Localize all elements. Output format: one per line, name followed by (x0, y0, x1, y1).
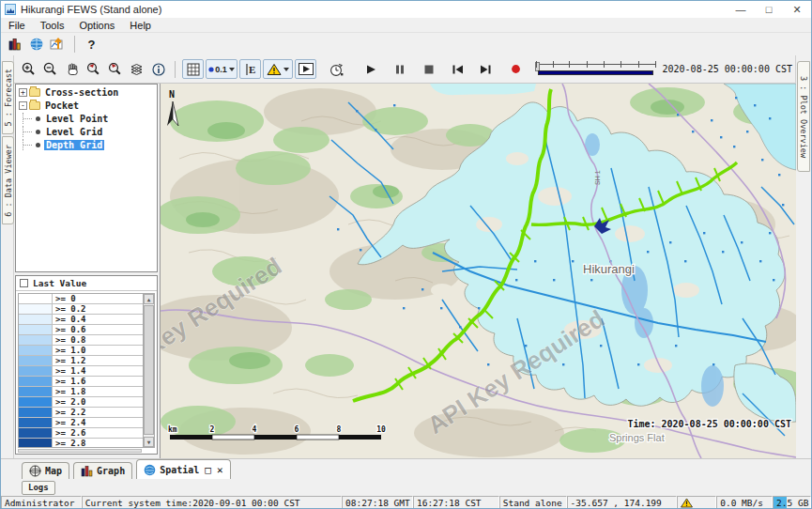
scrollbar-thumb[interactable] (144, 305, 154, 435)
folder-icon (29, 101, 40, 110)
legend-row[interactable]: >= 2.6 (19, 428, 143, 439)
legend-row[interactable]: >= 0.4 (19, 315, 143, 325)
tree-item-depth-grid[interactable]: Depth Grid (16, 139, 157, 150)
left-panel: + Cross-section - Pocket Level Point Lev… (14, 84, 160, 458)
legend-row[interactable]: >= 2.8 (19, 439, 143, 447)
legend-hscrollbar[interactable] (18, 449, 142, 453)
legend-row[interactable]: >= 1.8 (19, 387, 143, 397)
tab-data-viewer[interactable]: 6 : Data Viewer (2, 136, 14, 224)
time-slider-track[interactable] (536, 64, 655, 65)
step-back-button[interactable] (447, 59, 468, 79)
menu-file[interactable]: File (1, 20, 33, 31)
legend-swatch (19, 377, 53, 386)
legend-row[interactable]: >= 2.2 (19, 408, 143, 418)
elevation-button[interactable]: E (239, 59, 261, 79)
chevron-down-icon (229, 68, 235, 71)
status-gmt-time: 08:27:18 GMT (342, 496, 413, 509)
collapse-icon[interactable]: - (19, 101, 27, 110)
legend-row[interactable]: >= 1.2 (19, 356, 143, 366)
close-button[interactable]: ✕ (783, 1, 811, 18)
legend-row[interactable]: >= 0.6 (19, 325, 143, 335)
logs-button[interactable]: Logs (22, 481, 55, 495)
status-warning-cell[interactable] (677, 496, 716, 509)
tree-item-cross-section[interactable]: + Cross-section (16, 86, 157, 98)
zoom-out-icon[interactable] (39, 59, 61, 79)
time-span-bar (538, 70, 653, 75)
legend-label: >= 1.2 (53, 356, 143, 365)
zoom-in-icon[interactable] (18, 59, 39, 79)
legend-row[interactable]: >= 0.2 (19, 304, 143, 315)
memory-usage-label: 2.5 GB (776, 498, 808, 508)
legend-scrollbar[interactable]: ▲ ▼ (143, 294, 154, 447)
tab-forecast[interactable]: 5 : Forecast (2, 61, 14, 134)
interval-dropdown[interactable]: 0.1 (206, 59, 237, 79)
title-bar[interactable]: Hikurangi FEWS (Stand alone) — □ ✕ (1, 1, 811, 18)
legend-row[interactable]: >= 1.4 (19, 366, 143, 377)
tree-item-level-grid[interactable]: Level Grid (16, 126, 157, 137)
zoom-next-icon[interactable] (104, 59, 126, 79)
legend-label: >= 1.0 (53, 346, 143, 355)
legend-swatch (19, 325, 53, 334)
legend-swatch (19, 356, 53, 365)
toolbar-separator (175, 61, 176, 78)
tree-item-pocket[interactable]: - Pocket (16, 100, 157, 111)
panel-close-icon[interactable]: ✕ (217, 464, 223, 476)
legend-panel: Last Value >= 0>= 0.2>= 0.4>= 0.6>= 0.8>… (15, 275, 158, 455)
animation-button[interactable] (295, 59, 316, 79)
help-icon[interactable]: ? (81, 35, 102, 54)
thresholds-dropdown[interactable] (263, 59, 293, 79)
map-view[interactable]: API Key Required API Key Required N SH 1… (160, 84, 796, 458)
legend-swatch (19, 428, 53, 438)
pan-hand-icon[interactable] (61, 59, 83, 79)
minimize-button[interactable]: — (727, 1, 755, 18)
logs-row: Logs (1, 479, 811, 496)
record-button[interactable] (505, 59, 527, 79)
zoom-previous-icon[interactable] (83, 59, 104, 79)
legend-row[interactable]: >= 1.6 (19, 377, 143, 387)
database-viewer-icon[interactable] (4, 35, 25, 54)
legend-row[interactable]: >= 0 (19, 294, 143, 304)
map-canvas[interactable]: API Key Required API Key Required N SH 1… (161, 84, 796, 458)
tab-spatial[interactable]: Spatial □ ✕ (136, 459, 230, 479)
legend-label: >= 1.8 (53, 387, 143, 396)
menu-tools[interactable]: Tools (33, 20, 72, 31)
play-button[interactable] (360, 59, 381, 79)
grid-toggle-button[interactable] (182, 59, 204, 79)
panel-maximize-icon[interactable]: □ (205, 464, 211, 476)
scroll-down-icon[interactable]: ▼ (144, 437, 154, 447)
layers-icon[interactable] (126, 59, 147, 79)
toolbar-separator (74, 36, 75, 53)
legend-swatch (19, 397, 53, 407)
application-window: Hikurangi FEWS (Stand alone) — □ ✕ File … (0, 0, 812, 509)
tree-item-level-point[interactable]: Level Point (16, 113, 157, 124)
legend-label: >= 2.2 (53, 408, 143, 417)
scroll-up-icon[interactable]: ▲ (144, 294, 154, 304)
menu-help[interactable]: Help (122, 20, 159, 31)
legend-row[interactable]: >= 2.0 (19, 397, 143, 408)
time-series-dialog-icon[interactable] (47, 35, 69, 54)
time-slider[interactable] (536, 61, 655, 78)
legend-row[interactable]: >= 1.0 (19, 346, 143, 356)
current-time-label: 2020-08-25 00:00:00 CST (663, 64, 792, 74)
maximize-button[interactable]: □ (755, 1, 783, 18)
legend-row[interactable]: >= 0.8 (19, 335, 143, 346)
pause-button[interactable] (389, 59, 410, 79)
legend-list: >= 0>= 0.2>= 0.4>= 0.6>= 0.8>= 1.0>= 1.2… (19, 294, 143, 447)
timer-icon[interactable] (325, 59, 346, 79)
legend-label: >= 0.8 (53, 335, 143, 345)
legend-swatch (19, 346, 53, 355)
legend-swatch (19, 408, 53, 417)
legend-row[interactable]: >= 2.4 (19, 418, 143, 428)
map-display-icon[interactable] (25, 35, 47, 54)
menu-options[interactable]: Options (71, 20, 122, 31)
tree-guide (23, 126, 36, 137)
tab-graph[interactable]: Graph (73, 462, 132, 479)
expand-icon[interactable]: + (19, 88, 27, 97)
info-icon[interactable] (147, 59, 169, 79)
status-memory: 2.5 GB (773, 496, 811, 509)
stop-button[interactable] (418, 59, 439, 79)
tab-plot-overview[interactable]: 3 : Plot Overview (797, 61, 810, 172)
step-forward-button[interactable] (474, 59, 496, 79)
last-value-checkbox[interactable] (20, 279, 28, 287)
tab-map[interactable]: Map (22, 462, 69, 479)
